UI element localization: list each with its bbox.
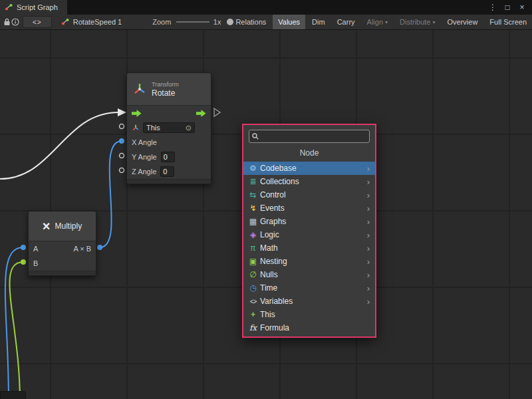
align-button[interactable]: Align ▾	[362, 15, 393, 29]
zoom-label: Zoom	[152, 18, 171, 26]
lock-button[interactable]	[3, 15, 11, 29]
target-value: This	[146, 124, 160, 132]
transform-rotate-node[interactable]: Transform Rotate This	[126, 72, 211, 184]
tab-script-graph[interactable]: Script Graph	[0, 0, 67, 15]
this-icon: +	[247, 310, 259, 319]
multiply-row-a: A A × B	[29, 241, 96, 256]
close-icon[interactable]: ×	[516, 3, 528, 12]
fullscreen-button[interactable]: Full Screen	[484, 15, 532, 29]
pi-icon: π	[247, 243, 259, 253]
finder-item-time[interactable]: ◷ Time ›	[243, 281, 375, 295]
exec-row	[127, 106, 211, 120]
finder-item-codebase[interactable]: ⚙ Codebase ›	[243, 162, 375, 175]
finder-item-this[interactable]: + This	[243, 308, 375, 321]
x-angle-label: X Angle	[132, 138, 157, 146]
dim-button[interactable]: Dim	[307, 15, 331, 29]
script-graph-icon	[5, 3, 13, 11]
finder-item-formula[interactable]: fx Formula	[243, 321, 375, 334]
breadcrumb[interactable]: RotateSpeed 1	[61, 18, 122, 26]
graphs-icon: ▦	[247, 217, 259, 226]
exec-output-port[interactable]	[214, 108, 220, 116]
this-row: This ⊙	[127, 120, 211, 135]
port-multiply-b[interactable]	[21, 259, 26, 265]
object-picker-icon[interactable]: ⊙	[186, 124, 192, 132]
chevron-right-icon: ›	[367, 243, 371, 253]
multiply-node[interactable]: × Multiply A A × B B	[28, 211, 96, 276]
zoom-value: 1x	[213, 18, 221, 26]
chevron-right-icon: ›	[367, 190, 371, 200]
chevron-right-icon: ›	[367, 270, 371, 280]
port-multiply-a[interactable]	[21, 245, 26, 250]
port-yangle-input[interactable]	[120, 154, 124, 158]
chevron-right-icon: ›	[367, 297, 371, 307]
z-angle-label: Z Angle	[132, 168, 156, 176]
chevron-down-icon: ▾	[385, 19, 388, 25]
values-button[interactable]: Values	[273, 15, 305, 29]
unity-visual-scripting-window: Script Graph ⋮ □ × <>	[0, 0, 532, 399]
finder-item-collections[interactable]: ≣ Collections ›	[243, 175, 375, 188]
distribute-button[interactable]: Distribute ▾	[394, 15, 440, 29]
lightning-icon: ↯	[247, 203, 259, 213]
node-header: × Multiply	[29, 211, 96, 241]
port-multiply-out[interactable]	[97, 245, 102, 250]
relations-button[interactable]: Relations	[230, 15, 271, 29]
finder-item-logic[interactable]: ◈ Logic ›	[243, 228, 375, 241]
edit-source-button[interactable]: <>	[23, 16, 52, 28]
port-xangle-input[interactable]	[119, 138, 124, 144]
chevron-right-icon: ›	[367, 164, 371, 174]
finder-item-variables[interactable]: <> Variables ›	[243, 295, 375, 308]
zoom-slider[interactable]	[176, 15, 209, 29]
info-button[interactable]	[11, 15, 20, 29]
target-dropdown[interactable]: This ⊙	[143, 122, 195, 133]
tab-title: Script Graph	[17, 3, 58, 11]
port-this-input[interactable]	[120, 124, 124, 129]
finder-item-events[interactable]: ↯ Events ›	[243, 201, 375, 215]
chevron-right-icon: ›	[367, 230, 371, 240]
chevron-right-icon: ›	[367, 283, 371, 293]
lock-icon	[3, 18, 11, 26]
maximize-icon[interactable]: □	[501, 3, 513, 12]
gear-icon: ⚙	[247, 164, 259, 173]
finder-search-box[interactable]	[249, 130, 370, 143]
z-angle-row: Z Angle 0	[127, 164, 211, 179]
graph-name: RotateSpeed 1	[73, 18, 122, 26]
finder-item-nulls[interactable]: ∅ Nulls ›	[243, 268, 375, 281]
transform-axis-icon	[132, 82, 147, 96]
out-label: A × B	[73, 245, 91, 253]
exec-input-arrow-icon[interactable]	[132, 110, 142, 117]
exec-wire-arrowhead-icon	[118, 108, 126, 116]
multiply-row-b: B	[29, 256, 96, 271]
graph-canvas[interactable]: Transform Rotate This	[0, 30, 532, 399]
finder-item-math[interactable]: π Math ›	[243, 241, 375, 255]
search-icon	[252, 133, 259, 140]
wire-multiply-to-xangle[interactable]	[100, 141, 122, 247]
zoom-slider-track	[176, 21, 209, 23]
wire-to-multiply-b[interactable]	[10, 262, 23, 399]
finder-item-nesting[interactable]: ▣ Nesting ›	[243, 255, 375, 268]
graph-toolbar: <> RotateSpeed 1 Zoom 1x Relations Value…	[0, 15, 532, 30]
y-angle-field[interactable]: 0	[161, 152, 175, 162]
carry-button[interactable]: Carry	[332, 15, 360, 29]
a-label: A	[33, 245, 38, 253]
node-title: Rotate	[152, 88, 179, 98]
collections-icon: ≣	[247, 177, 259, 186]
port-zangle-input[interactable]	[120, 168, 124, 173]
node-footer	[127, 179, 211, 184]
z-angle-field[interactable]: 0	[160, 166, 174, 177]
exec-output-arrow-icon[interactable]	[196, 110, 206, 117]
wire-to-multiply-a[interactable]	[5, 247, 23, 399]
window-tab-bar: Script Graph ⋮ □ ×	[0, 0, 532, 15]
window-menu-icon[interactable]: ⋮	[487, 3, 499, 12]
logic-icon: ◈	[247, 230, 259, 239]
y-angle-row: Y Angle 0	[127, 150, 211, 164]
x-angle-row: X Angle	[127, 135, 211, 150]
fuzzy-finder: Node ⚙ Codebase › ≣ Collections › ⇆ Cont…	[242, 124, 376, 338]
finder-item-graphs[interactable]: ▦ Graphs ›	[243, 215, 375, 228]
finder-item-control[interactable]: ⇆ Control ›	[243, 188, 375, 201]
overview-button[interactable]: Overview	[442, 15, 483, 29]
wire-exec-input[interactable]	[0, 112, 118, 179]
search-input[interactable]	[261, 132, 366, 141]
node-footer	[29, 271, 96, 275]
finder-header: Node	[243, 148, 375, 158]
formula-icon: fx	[247, 323, 259, 332]
